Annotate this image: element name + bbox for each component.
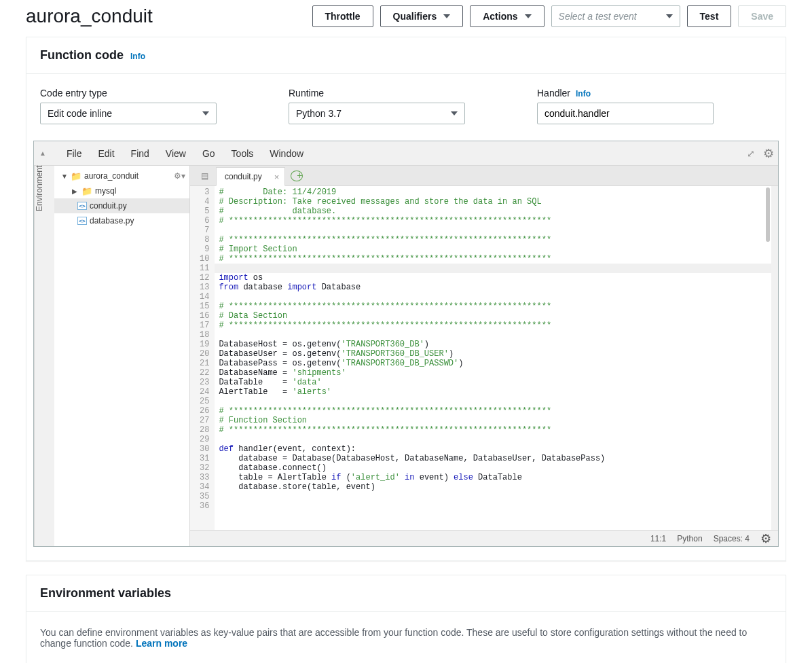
tree-file-conduit[interactable]: <> conduit.py <box>54 198 189 213</box>
fullscreen-icon[interactable]: ⤢ <box>747 148 754 159</box>
menu-window[interactable]: Window <box>261 148 312 159</box>
menu-edit[interactable]: Edit <box>90 148 122 159</box>
menu-find[interactable]: Find <box>123 148 158 159</box>
save-button[interactable]: Save <box>738 5 786 27</box>
environment-sidebar-tab[interactable]: Environment <box>34 166 54 546</box>
runtime-value: Python 3.7 <box>296 108 342 119</box>
tab-conduit[interactable]: conduit.py × <box>216 167 285 186</box>
tab-strip: ▤ conduit.py × + <box>190 166 778 186</box>
handler-info-link[interactable]: Info <box>576 89 591 98</box>
chevron-down-icon <box>525 14 532 18</box>
info-link[interactable]: Info <box>130 52 145 61</box>
code-entry-type-label: Code entry type <box>40 88 275 98</box>
menu-go[interactable]: Go <box>194 148 223 159</box>
tree-file-label: conduit.py <box>90 201 127 211</box>
actions-dropdown[interactable]: Actions <box>470 5 544 27</box>
collapse-tree-icon[interactable]: ▲ <box>39 149 46 157</box>
environment-variables-panel: Environment variables You can define env… <box>26 575 786 663</box>
chevron-down-icon <box>666 14 673 18</box>
menu-file[interactable]: File <box>58 148 90 159</box>
indent-mode[interactable]: Spaces: 4 <box>714 534 750 543</box>
function-code-title: Function code <box>40 48 124 62</box>
function-code-panel: Function code Info Code entry type Edit … <box>26 37 786 561</box>
editor-status-bar: 11:1 Python Spaces: 4 ⚙ <box>190 530 778 546</box>
tree-root-folder[interactable]: ▼ 📁 aurora_conduit ⚙▾ <box>54 168 189 183</box>
env-vars-title: Environment variables <box>40 586 171 601</box>
handler-input-wrap <box>537 103 714 124</box>
chevron-right-icon: ▶ <box>72 187 79 195</box>
menu-view[interactable]: View <box>158 148 194 159</box>
code-content[interactable]: # Date: 11/4/2019# Description: Take rec… <box>215 186 771 530</box>
tab-list-icon[interactable]: ▤ <box>196 166 213 185</box>
learn-more-link[interactable]: Learn more <box>136 638 187 649</box>
qualifiers-label: Qualifiers <box>393 11 437 22</box>
tree-root-label: aurora_conduit <box>84 171 139 181</box>
tree-folder-label: mysql <box>95 186 116 196</box>
qualifiers-dropdown[interactable]: Qualifiers <box>380 5 464 27</box>
handler-label: Handler <box>537 88 570 98</box>
chevron-down-icon <box>202 111 209 115</box>
test-event-select[interactable]: Select a test event <box>551 5 680 27</box>
close-icon[interactable]: × <box>274 172 280 182</box>
code-entry-type-select[interactable]: Edit code inline <box>40 103 217 124</box>
code-viewport[interactable]: 3456789101112131415161718192021222324252… <box>190 186 778 530</box>
tree-file-database[interactable]: <> database.py <box>54 213 189 228</box>
menu-tools[interactable]: Tools <box>223 148 262 159</box>
chevron-down-icon <box>443 14 450 18</box>
new-tab-button[interactable]: + <box>291 171 303 181</box>
gear-icon[interactable]: ⚙ <box>760 531 771 546</box>
gear-icon[interactable]: ⚙▾ <box>174 171 185 181</box>
chevron-down-icon <box>451 111 458 115</box>
code-editor: ▲ File Edit Find View Go Tools Window ⤢ … <box>33 141 779 547</box>
code-entry-type-value: Edit code inline <box>48 108 112 119</box>
python-file-icon: <> <box>77 202 87 210</box>
tree-folder-mysql[interactable]: ▶ 📁 mysql <box>54 183 189 198</box>
function-name-heading: aurora_conduit <box>26 5 153 27</box>
tab-label: conduit.py <box>225 172 262 181</box>
throttle-button[interactable]: Throttle <box>312 5 373 27</box>
python-file-icon: <> <box>77 217 87 225</box>
runtime-select[interactable]: Python 3.7 <box>289 103 465 124</box>
cursor-position: 11:1 <box>650 534 666 543</box>
test-event-placeholder: Select a test event <box>559 11 637 22</box>
chevron-down-icon: ▼ <box>61 173 68 180</box>
language-mode[interactable]: Python <box>677 534 702 543</box>
runtime-label: Runtime <box>289 88 523 98</box>
file-tree: ▼ 📁 aurora_conduit ⚙▾ ▶ 📁 mysql <> condu… <box>54 166 190 546</box>
handler-input[interactable] <box>545 108 706 119</box>
line-gutter: 3456789101112131415161718192021222324252… <box>190 186 215 530</box>
gear-icon[interactable]: ⚙ <box>763 146 774 161</box>
folder-icon: 📁 <box>71 171 81 181</box>
ide-menubar: ▲ File Edit Find View Go Tools Window ⤢ … <box>34 141 778 166</box>
scrollbar-thumb[interactable] <box>766 187 770 242</box>
folder-icon: 📁 <box>81 186 92 196</box>
actions-label: Actions <box>483 11 517 22</box>
test-button[interactable]: Test <box>687 5 732 27</box>
tree-file-label: database.py <box>90 216 134 226</box>
